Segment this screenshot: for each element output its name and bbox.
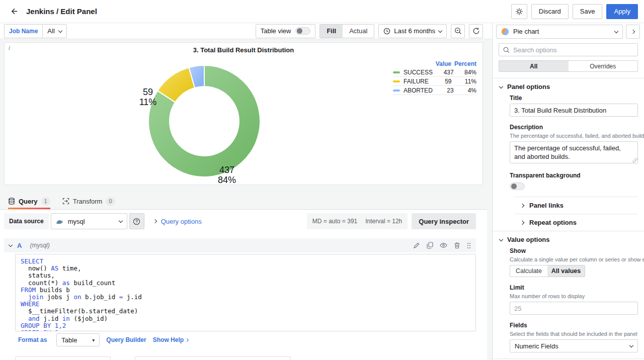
fields-label: Fields (510, 322, 638, 329)
legend-col-value[interactable]: Value (428, 60, 451, 67)
chevron-down-icon (499, 84, 503, 88)
query-ref-id: A (17, 242, 22, 249)
hide-eye-icon[interactable] (440, 242, 447, 248)
datasource-picker[interactable]: mysql (51, 213, 127, 229)
chevron-right-icon (631, 29, 635, 33)
panel-settings-button[interactable] (511, 4, 527, 19)
duplicate-copy-icon[interactable] (427, 242, 433, 249)
transparent-background-label: Transparent background (510, 172, 638, 179)
discard-button[interactable]: Discard (531, 4, 569, 19)
chevron-right-icon (520, 220, 524, 224)
limit-input[interactable] (510, 302, 638, 315)
fields-select[interactable]: Numeric Fields (510, 339, 638, 352)
query-builder-link[interactable]: Query Builder (106, 336, 146, 343)
transform-icon (62, 198, 69, 205)
visualization-picker[interactable]: Pie chart (496, 25, 623, 39)
description-helper: The percentage of successful, failed, an… (510, 133, 638, 139)
table-view-control: Table view (256, 24, 316, 38)
datasource-row: Data source mysql Query options (4, 213, 476, 229)
section-panel-options[interactable]: Panel options (499, 78, 638, 95)
search-options-box (499, 43, 638, 56)
transform-count-badge: 0 (106, 197, 115, 206)
chevron-down-icon (438, 28, 442, 32)
section-value-options[interactable]: Value options (499, 231, 638, 247)
transparent-background-toggle[interactable] (510, 183, 525, 190)
collapse-pane-button[interactable] (626, 25, 640, 39)
fields-helper: Select the fields that should be include… (510, 331, 638, 337)
chevron-right-icon (152, 219, 156, 223)
show-segmented: Calculate All values (510, 265, 585, 277)
datasource-help-button[interactable] (129, 213, 144, 229)
refresh-button[interactable] (469, 24, 483, 38)
chart-legend: Value Percent SUCCESS 437 84% FAILURE 59… (393, 59, 476, 95)
legend-swatch (393, 71, 400, 73)
query-stats: MD = auto = 391 Interval = 12h (307, 213, 408, 229)
visualization-row: Pie chart (493, 23, 644, 39)
section-repeat-options[interactable]: Repeat options (515, 214, 638, 231)
sql-editor[interactable]: SELECT now() AS time, status, count(*) a… (15, 254, 476, 331)
fit-actual-option[interactable]: Actual (343, 25, 374, 38)
edit-area: i 3. Total Build Result Distribution 59 … (0, 39, 487, 360)
legend-row-aborted[interactable]: ABORTED 23 4% (393, 86, 476, 95)
database-icon (8, 198, 15, 205)
drag-handle-icon[interactable] (467, 242, 471, 249)
legend-col-percent[interactable]: Percent (451, 60, 476, 67)
arrow-left-icon (10, 7, 19, 16)
search-options-input[interactable] (513, 46, 633, 54)
variable-label: Job Name (4, 24, 42, 38)
tab-query[interactable]: Query 1 (8, 193, 50, 209)
section-panel-links[interactable]: Panel links (515, 197, 638, 214)
panel-title-input[interactable] (510, 104, 638, 117)
format-select[interactable]: Table ▾ (56, 333, 100, 346)
query-row-header[interactable]: A (mysql) (4, 238, 476, 252)
chevron-down-icon (58, 28, 62, 32)
legend-row-failure[interactable]: FAILURE 59 11% (393, 77, 476, 86)
clipped-button[interactable] (15, 356, 111, 360)
clipped-button[interactable] (135, 356, 291, 360)
legend-swatch (393, 80, 400, 82)
query-inspector-button[interactable]: Query inspector (412, 213, 476, 229)
max-data-points: MD = auto = 391 (312, 218, 357, 225)
refresh-icon (472, 27, 480, 35)
query-transform-tabbar: Query 1 Transform 0 (0, 193, 487, 210)
show-all-values-option[interactable]: All values (547, 265, 585, 277)
limit-label: Limit (510, 284, 638, 291)
collapse-chevron-icon (9, 243, 13, 247)
query-options-toggle[interactable]: Query options (153, 218, 202, 225)
panel-description-textarea[interactable]: The percentage of successful, failed, an… (510, 141, 638, 163)
tab-transform[interactable]: Transform 0 (62, 193, 115, 209)
save-button[interactable]: Save (573, 4, 603, 19)
edit-pencil-icon[interactable] (413, 242, 420, 249)
legend-header-row: Value Percent (393, 59, 476, 68)
clock-icon (383, 28, 390, 35)
fit-mode-segmented: Fill Actual (319, 24, 374, 38)
chevron-down-icon (629, 343, 633, 347)
apply-button[interactable]: Apply (606, 4, 638, 19)
panel-title: 3. Total Build Result Distribution (5, 46, 482, 54)
search-icon (503, 47, 510, 53)
filter-tab-all[interactable]: All (499, 61, 569, 71)
question-circle-icon (133, 218, 140, 225)
query-count-badge: 1 (41, 197, 50, 206)
interval: Interval = 12h (365, 218, 402, 225)
show-help-link[interactable]: Show Help (153, 336, 188, 343)
chevron-down-icon (614, 29, 618, 33)
pie-chart-icon (501, 28, 509, 36)
filter-tab-overrides[interactable]: Overrides (569, 61, 638, 71)
variable-value-dropdown[interactable]: All (42, 24, 66, 38)
time-range-picker[interactable]: Last 6 months (378, 24, 447, 38)
back-button[interactable] (6, 4, 22, 20)
show-label: Show (510, 247, 638, 254)
fit-fill-option[interactable]: Fill (320, 25, 343, 38)
delete-trash-icon[interactable] (454, 242, 460, 249)
show-calculate-option[interactable]: Calculate (510, 265, 547, 277)
show-helper: Calculate a single value per column or s… (510, 256, 638, 262)
query-datasource-type: (mysql) (30, 242, 49, 249)
legend-row-success[interactable]: SUCCESS 437 84% (393, 68, 476, 77)
zoom-out-button[interactable] (451, 24, 465, 38)
gear-icon (515, 8, 523, 16)
table-view-toggle[interactable] (295, 27, 310, 35)
panel-preview: i 3. Total Build Result Distribution 59 … (4, 42, 483, 185)
edit-panel-header: Jenkins / Edit Panel Discard Save Apply (0, 0, 644, 23)
magnifier-minus-icon (454, 27, 462, 35)
